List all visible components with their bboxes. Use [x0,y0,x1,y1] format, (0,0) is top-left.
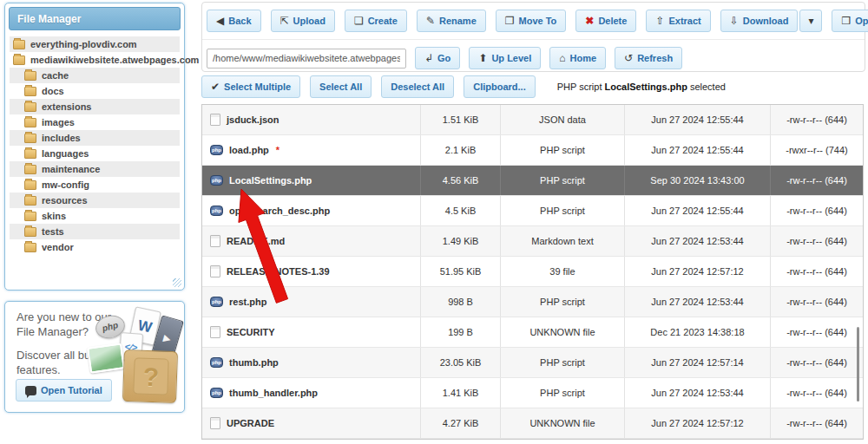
tree-item-mediawiki-site[interactable]: mediawikiwebsitete.atwebpages.com [10,52,180,68]
cell-date: Jun 27 2024 12:55:44 [625,196,771,225]
clipboard-button[interactable]: Clipboard... [464,75,536,98]
tree-item-docs[interactable]: docs [10,83,180,99]
tree-item-extensions[interactable]: extensions [10,99,180,114]
cell-date: Jun 27 2024 12:55:44 [625,105,771,134]
download-split-button: ⇩Download ▾ [720,10,823,32]
file-list-table: jsduck.json 1.51 KiB JSON data Jun 27 20… [201,104,864,440]
cell-size: 1.41 KiB [421,378,501,408]
php-file-icon: php [210,388,223,398]
extract-button[interactable]: ⇧Extract [646,10,710,32]
up-level-button[interactable]: ⬆Up Level [469,47,541,69]
cell-size: 4.5 KiB [421,196,501,225]
folder-icon [24,180,36,190]
table-row[interactable]: RELEASE-NOTES-1.39 51.95 KiB 39 file Jun… [202,257,863,287]
refresh-icon: ↺ [624,53,633,63]
path-input[interactable] [207,49,406,69]
folder-tree: everything-plovdiv.com mediawikiwebsitet… [5,36,184,255]
php-file-icon: php [210,175,223,186]
cell-date: Jun 27 2024 12:57:12 [625,257,771,286]
folder-icon [24,87,36,96]
cell-date: Jun 27 2024 12:55:44 [625,135,771,165]
rename-button[interactable]: ✎Rename [417,10,486,32]
download-icon: ⇩ [730,16,739,26]
cell-date: Jun 27 2024 12:53:44 [625,287,771,317]
extract-icon: ⇧ [655,16,664,26]
table-row[interactable]: UPGRADE 4.27 KiB UNKNOWN file Jun 27 202… [202,408,863,439]
php-file-icon: php [210,357,223,368]
tree-item-vendor[interactable]: vendor [10,239,180,255]
refresh-button[interactable]: ↺Refresh [615,47,682,69]
question-folder-icon: ? [122,349,178,403]
tree-item-images[interactable]: images [10,114,180,130]
cell-size: 23.05 KiB [421,348,501,377]
tree-item-mw-config[interactable]: mw-config [10,177,180,193]
tree-item-resources[interactable]: resources [10,193,180,208]
tree-item-includes[interactable]: includes [10,130,180,146]
download-button[interactable]: ⇩Download [720,10,799,32]
cell-permissions: -rw-r--r-- (644) [771,378,863,408]
address-bar: ↲Go ⬆Up Level ⌂Home ↺Refresh [202,40,865,69]
select-all-button[interactable]: Select All [310,75,372,98]
cell-date: Jun 27 2024 12:57:14 [625,348,771,377]
tree-item-skins[interactable]: skins [10,208,180,224]
table-row[interactable]: jsduck.json 1.51 KiB JSON data Jun 27 20… [202,105,863,135]
move-to-button[interactable]: ❐Move To [496,10,567,32]
file-icon [210,235,220,247]
table-row[interactable]: phpopensearch_desc.php 4.5 KiB PHP scrip… [202,196,863,226]
cell-size: 2.1 KiB [421,135,501,165]
table-row[interactable]: phpthumb_handler.php 1.41 KiB PHP script… [202,378,863,408]
file-icon [210,326,220,338]
select-multiple-button[interactable]: ✔Select Multiple [201,75,300,98]
table-scrollbar-thumb[interactable] [857,327,859,402]
table-row[interactable]: phprest.php 998 B PHP script Jun 27 2024… [202,287,863,317]
up-arrow-icon: ⬆ [478,53,487,63]
home-button[interactable]: ⌂Home [549,47,606,69]
tree-item-languages[interactable]: languages [10,146,180,161]
main-toolbar: ◀Back ⇱Upload ❏Create ✎Rename ❐Move To ✖… [202,3,865,32]
download-menu-button[interactable]: ▾ [799,10,822,32]
go-icon: ↲ [424,53,433,63]
cell-type: PHP script [501,287,625,317]
folder-icon [24,212,36,221]
cell-permissions: -rw-r--r-- (644) [771,257,863,286]
upload-button[interactable]: ⇱Upload [271,10,335,32]
file-icon [210,417,220,429]
deselect-all-button[interactable]: Deselect All [381,75,454,98]
cell-size: 1.51 KiB [421,105,501,134]
toolbar-panel: ◀Back ⇱Upload ❏Create ✎Rename ❐Move To ✖… [201,2,865,72]
tree-item-tests[interactable]: tests [10,224,180,239]
folder-icon [24,118,36,127]
back-button[interactable]: ◀Back [207,10,261,32]
open-icon: ❒ [841,16,851,26]
folder-icon [24,102,36,112]
open-button[interactable]: ❒Open [832,10,868,32]
table-row-selected[interactable]: phpLocalSettings.php 4.56 KiB PHP script… [202,166,863,196]
file-tree-panel: File Manager everything-plovdiv.com medi… [4,3,185,291]
tree-item-maintenance[interactable]: maintenance [10,161,180,177]
check-icon: ✔ [211,82,220,92]
table-row[interactable]: phpthumb.php 23.05 KiB PHP script Jun 27… [202,348,863,378]
folder-icon [24,71,36,81]
delete-button[interactable]: ✖Delete [575,10,636,32]
tree-item-everything-plovdiv[interactable]: everything-plovdiv.com [10,36,180,52]
cell-permissions: -rw-r--r-- (644) [771,408,863,438]
cell-date: Dec 21 2023 14:38:18 [625,317,771,347]
table-row[interactable]: SECURITY 199 B UNKNOWN file Dec 21 2023 … [202,317,863,348]
php-file-icon: php [210,145,223,155]
go-button[interactable]: ↲Go [415,47,460,69]
folder-icon [13,56,25,65]
cell-permissions: -rw-r--r-- (644) [771,166,863,195]
resize-handle[interactable] [173,278,181,287]
create-button[interactable]: ❏Create [345,10,407,32]
photo-icon [87,343,125,373]
cell-permissions: -rwxr--r-- (744) [771,135,863,165]
tree-item-cache[interactable]: cache [10,68,180,83]
cell-size: 1.49 KiB [421,226,501,256]
cell-type: PHP script [501,166,625,195]
php-file-icon: php [210,206,223,216]
table-row[interactable]: README.md 1.49 KiB Markdown text Jun 27 … [202,226,863,257]
table-row[interactable]: phpload.php* 2.1 KiB PHP script Jun 27 2… [202,135,863,166]
selected-file-name: LocalSettings.php [605,82,687,92]
cell-date: Jun 27 2024 12:53:44 [625,226,771,256]
open-tutorial-button[interactable]: Open Tutorial [16,379,112,402]
